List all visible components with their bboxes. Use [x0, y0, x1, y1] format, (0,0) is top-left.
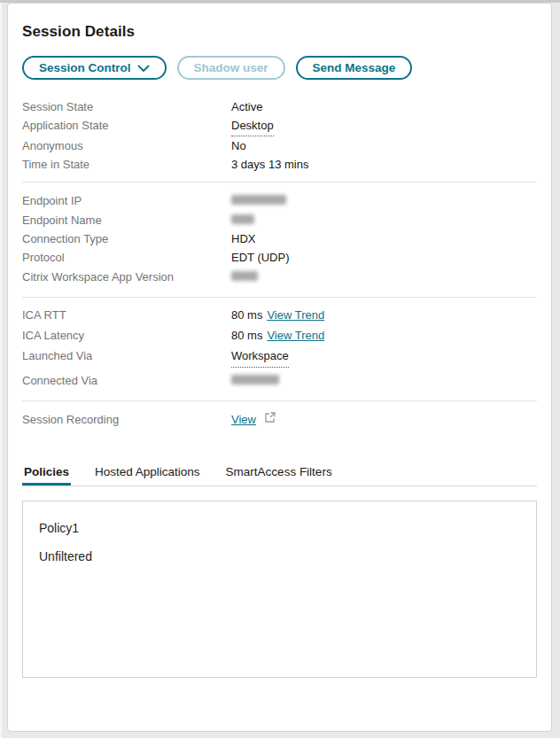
- redacted-value: [231, 271, 258, 281]
- field-row-protocol: Protocol EDT (UDP): [22, 248, 537, 267]
- field-label: Session Recording: [22, 409, 231, 430]
- field-value: EDT (UDP): [231, 248, 289, 267]
- field-label: Citrix Workspace App Version: [22, 268, 231, 286]
- field-row-launched-via: Launched Via Workspace: [22, 346, 537, 368]
- toolbar: Session Control Shadow user Send Message: [22, 56, 537, 80]
- left-edge-sliver: [0, 3, 2, 738]
- launched-via-tooltip-trigger[interactable]: Workspace: [231, 346, 289, 368]
- tab-smartaccess-filters[interactable]: SmartAccess Filters: [224, 465, 334, 486]
- field-label: Protocol: [22, 248, 231, 267]
- shadow-user-button[interactable]: Shadow user: [177, 56, 285, 80]
- policies-list: Policy1 Unfiltered: [22, 501, 537, 678]
- field-row-endpoint-ip: Endpoint IP: [22, 190, 537, 210]
- session-control-label: Session Control: [39, 61, 131, 74]
- endpoint-section: Endpoint IP Endpoint Name Connection Typ…: [22, 183, 537, 298]
- policy-list-item: Policy1: [39, 514, 520, 542]
- field-label: ICA Latency: [22, 325, 231, 346]
- field-value: HDX: [231, 229, 255, 248]
- field-label: Session State: [22, 97, 231, 116]
- field-row-cwa-version: Citrix Workspace App Version: [22, 267, 537, 286]
- field-label: Application State: [22, 116, 231, 135]
- shadow-user-label: Shadow user: [194, 61, 268, 74]
- session-control-button[interactable]: Session Control: [22, 56, 167, 80]
- field-row-endpoint-name: Endpoint Name: [22, 210, 537, 229]
- field-row-application-state: Application State Desktop: [22, 116, 537, 136]
- field-row-ica-rtt: ICA RTT 80 ms View Trend: [22, 305, 537, 325]
- field-value: No: [231, 136, 246, 155]
- field-value: 80 ms: [231, 305, 262, 325]
- send-message-label: Send Message: [313, 61, 396, 74]
- field-row-anonymous: Anonymous No: [22, 136, 537, 155]
- field-row-connection-type: Connection Type HDX: [22, 229, 537, 248]
- field-value: Active: [231, 97, 262, 116]
- redacted-value: [231, 195, 286, 205]
- page-title: Session Details: [22, 23, 537, 41]
- detail-tabs: Policies Hosted Applications SmartAccess…: [22, 465, 537, 486]
- tab-policies[interactable]: Policies: [22, 465, 71, 486]
- session-details-panel: Session Details Session Control Shadow u…: [7, 3, 552, 732]
- external-link-icon: [264, 409, 276, 430]
- ica-rtt-view-trend-link[interactable]: View Trend: [267, 305, 324, 325]
- field-row-session-state: Session State Active: [22, 97, 537, 116]
- field-value: 80 ms: [231, 325, 262, 346]
- field-label: Launched Via: [22, 346, 231, 366]
- field-row-connected-via: Connected Via: [22, 370, 537, 391]
- session-recording-view-link[interactable]: View: [231, 409, 256, 430]
- field-value: 3 days 13 mins: [231, 155, 308, 174]
- redacted-value: [231, 214, 254, 224]
- field-label: Time in State: [22, 155, 231, 174]
- ica-latency-view-trend-link[interactable]: View Trend: [267, 325, 324, 346]
- field-row-ica-latency: ICA Latency 80 ms View Trend: [22, 325, 537, 346]
- field-row-session-recording: Session Recording View: [22, 409, 537, 430]
- performance-section: ICA RTT 80 ms View Trend ICA Latency 80 …: [22, 298, 537, 401]
- chevron-down-icon: [137, 62, 150, 75]
- tab-hosted-applications[interactable]: Hosted Applications: [93, 465, 202, 486]
- field-label: Endpoint Name: [22, 211, 231, 229]
- field-row-time-in-state: Time in State 3 days 13 mins: [22, 155, 537, 174]
- send-message-button[interactable]: Send Message: [296, 56, 413, 80]
- application-state-tooltip-trigger[interactable]: Desktop: [231, 116, 274, 136]
- field-label: Connection Type: [22, 229, 231, 248]
- policy-list-item: Unfiltered: [39, 542, 520, 571]
- field-label: Anonymous: [22, 136, 231, 155]
- recording-section: Session Recording View: [22, 401, 537, 430]
- field-label: Connected Via: [22, 370, 231, 391]
- state-section: Session State Active Application State D…: [22, 97, 537, 183]
- field-label: ICA RTT: [22, 305, 231, 325]
- field-label: Endpoint IP: [22, 191, 231, 210]
- redacted-value: [231, 375, 279, 385]
- session-fields: Session State Active Application State D…: [22, 97, 537, 430]
